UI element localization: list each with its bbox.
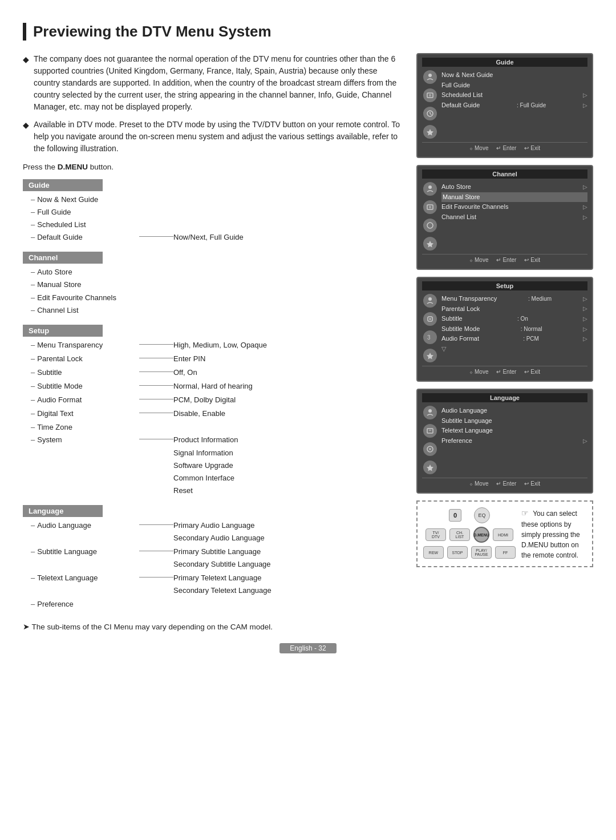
tv-move-item: ⬦ Move [469,145,488,151]
system-value-0: Product Information [173,434,238,446]
arrow-ch-3: ▷ [583,203,587,212]
tv-lang-audio: Audio Language [441,406,587,416]
tv-panel-body-language: Audio Language Subtitle Language Teletex… [422,406,587,474]
bullet-section: ◆ The company does not guarantee the nor… [23,53,403,155]
menu-item-channel-list: – Channel List [31,304,403,317]
arrow-ch-4: ▷ [583,213,587,222]
tv-menu-items-channel: Auto Store ▷ Manual Store Edit Favourite… [441,182,587,251]
tv-item-now-next: Now & Next Guide [441,70,587,80]
bullet-item-2: ◆ Available in DTV mode. Preset to the D… [23,119,403,155]
tv-setup-more: ▽ [441,344,587,354]
connect-line [139,236,173,237]
arrow-setup-5: ▷ [583,334,587,344]
remote-btn-zero[interactable]: 0 [449,509,461,522]
menu-item-time-zone: – Time Zone [31,421,403,434]
tv-bottom-bar-language: ⬦ Move ↵ Enter ↩ Exit [422,478,587,487]
tv-lang-preference: Preference ▷ [441,436,587,446]
remote-note-text: You can select these options by simply p… [521,510,580,559]
arrow-setup-2: ▷ [583,304,587,313]
menu-items-channel: – Auto Store – Manual Store – Edit Favou… [31,266,403,316]
menu-header-setup: Setup [23,325,103,337]
remote-row-zero-eq: 0 EQ [449,507,490,523]
arrow-ch-1: ▷ [583,183,587,192]
menu-items-language: – Audio Language Primary Audio Language … [31,519,403,611]
menu-items-guide: – Now & Next Guide – Full Guide – Schedu… [31,193,403,244]
tv-lang-subtitle: Subtitle Language [441,416,587,426]
lang-row-audio: – Audio Language Primary Audio Language … [31,519,403,544]
tv-icon-2 [423,88,437,102]
remote-note-column: ☞ You can select these options by simply… [521,507,586,560]
lang-sub-v2: Secondary Subtitle Language [173,558,271,571]
arrow-icon: ▷ [583,91,587,100]
svg-rect-1 [427,93,433,98]
tv-menu-items-language: Audio Language Subtitle Language Teletex… [441,406,587,474]
tv-lang-icon-3 [423,442,437,456]
menu-value-default-guide: Now/Next, Full Guide [173,231,244,244]
arrow-setup-4: ▷ [583,325,587,334]
tv-ch-icon-4 [423,237,437,251]
lang-audio-v1: Primary Audio Language [173,519,265,532]
tv-lang-icon-1 [423,406,437,419]
tv-icon-3 [423,107,437,120]
left-column: ◆ The company does not guarantee the nor… [23,53,403,633]
remote-btn-chlist[interactable]: CH.LIST [449,528,470,541]
tv-panel-title-setup: Setup [422,281,587,290]
press-line: Press the D.MENU button. [23,163,403,171]
tv-panel-title-language: Language [422,393,587,402]
tv-ch-auto-store: Auto Store ▷ [441,182,587,192]
tv-panel-setup: Setup 3 [416,277,593,382]
arrow-icon-2: ▷ [583,101,587,110]
menu-header-guide: Guide [23,179,103,191]
tv-setup-audio-format: Audio Format : PCM ▷ [441,334,587,344]
svg-point-11 [427,223,433,228]
tv-ch-icon-2 [423,200,437,214]
svg-rect-17 [427,429,433,433]
tv-ch-exit-item: ↩ Exit [524,257,540,263]
menu-item-auto-store: – Auto Store [31,266,403,278]
tv-lang-icon-4 [423,461,437,474]
tv-menu-items-guide: Now & Next Guide Full Guide Scheduled Li… [441,70,587,139]
tv-ch-move-item: ⬦ Move [469,257,488,263]
remote-btn-playpause[interactable]: PLAY/PAUSE [471,546,492,559]
lang-tele-v1: Primary Teletext Language [173,572,271,584]
setup-row-audio-format: – Audio Format PCM, Dolby Digital [31,394,403,406]
svg-line-6 [430,114,432,115]
system-value-2: Software Upgrade [173,459,238,472]
tv-lang-teletext: Teletext Language [441,426,587,436]
bullet-item-1: ◆ The company does not guarantee the nor… [23,53,403,113]
setup-row-parental-lock: – Parental Lock Enter PIN [31,353,403,365]
page-number-section: English - 32 [23,643,593,653]
tv-ch-enter-item: ↵ Enter [496,257,516,263]
system-value-3: Common Interface [173,472,238,484]
remote-btn-dmenu[interactable]: D.MENU [473,527,489,543]
remote-btn-hdmi[interactable]: HDMI [493,528,513,541]
menu-item-default-guide: – Default Guide [31,231,139,244]
menu-section-guide: Guide – Now & Next Guide – Full Guide – … [23,179,403,244]
tv-setup-enter-item: ↵ Enter [496,369,516,375]
remote-btn-tvdtv[interactable]: TV/DTV [425,528,446,541]
remote-btn-stop[interactable]: STOP [447,546,468,559]
svg-rect-8 [427,205,433,209]
tv-lang-exit-item: ↩ Exit [524,480,540,487]
tv-bottom-bar-guide: ⬦ Move ↵ Enter ↩ Exit [422,142,587,151]
system-value-1: Signal Information [173,447,238,459]
menu-section-setup: Setup – Menu Transparency High, Medium, … [23,325,403,497]
tv-setup-icon-1 [423,294,437,308]
bottom-note: ➤ The sub-items of the CI Menu may vary … [23,621,403,633]
lang-row-teletext: – Teletext Language Primary Teletext Lan… [31,572,403,597]
menu-item-now-next: – Now & Next Guide [31,193,403,206]
tv-item-scheduled: Scheduled List ▷ [441,90,587,100]
menu-item-edit-fav: – Edit Favourite Channels [31,292,403,304]
svg-text:3: 3 [427,334,431,341]
system-value-4: Reset [173,484,238,497]
menu-section-channel: Channel – Auto Store – Manual Store – Ed… [23,252,403,316]
arrow-lang-4: ▷ [583,437,587,446]
lang-tele-v2: Secondary Teletext Language [173,584,271,597]
setup-row-system: – System Product Information Signal Info… [31,434,403,496]
tv-ch-icon-1 [423,182,437,196]
remote-btn-rew[interactable]: REW [423,546,444,559]
setup-row-digital-text: – Digital Text Disable, Enable [31,407,403,420]
tv-menu-items-setup: Menu Transparency : Medium ▷ Parental Lo… [441,294,587,362]
remote-btn-ff[interactable]: FF [495,546,516,559]
remote-btn-eq[interactable]: EQ [474,507,490,523]
